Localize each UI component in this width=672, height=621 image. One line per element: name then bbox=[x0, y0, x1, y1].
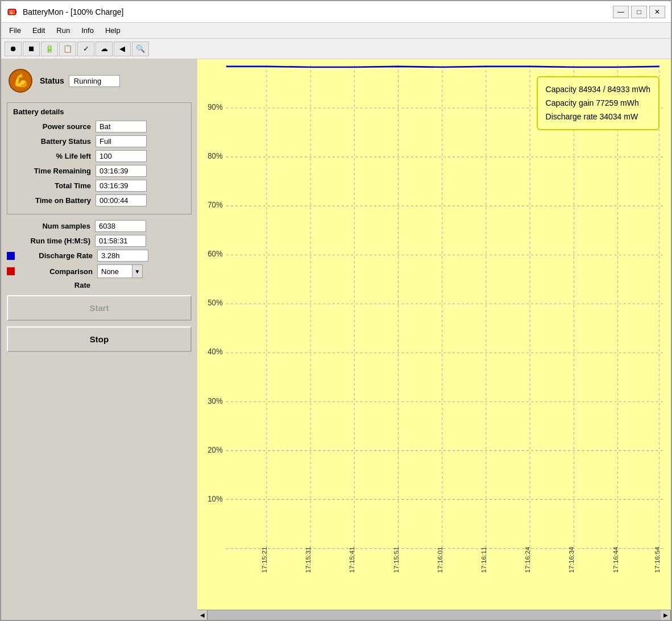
toolbar-record-button[interactable]: ⏺ bbox=[5, 42, 22, 56]
num-samples-label: Num samples bbox=[7, 222, 95, 230]
chart-area: 90% 80% 70% 60% 50% 40% 30% 20% 10% 17:1… bbox=[197, 59, 671, 620]
title-controls: — □ ✕ bbox=[613, 6, 665, 18]
svg-text:17:15:31: 17:15:31 bbox=[305, 547, 312, 573]
toolbar-battery-button[interactable]: 🔋 bbox=[41, 42, 58, 56]
battery-details-group: Battery details Power source Bat Battery… bbox=[7, 102, 192, 214]
runtime-label: Run time (H:M:S) bbox=[7, 237, 95, 245]
title-bar: 💪 BatteryMon - [100% Charge] — □ ✕ bbox=[1, 1, 671, 23]
time-on-battery-value: 00:00:44 bbox=[96, 194, 147, 206]
detail-battery-status: Battery Status Full bbox=[13, 135, 185, 147]
svg-text:80%: 80% bbox=[208, 152, 222, 160]
svg-text:60%: 60% bbox=[208, 250, 222, 258]
svg-text:17:16:11: 17:16:11 bbox=[480, 547, 487, 573]
svg-rect-6 bbox=[197, 59, 671, 610]
discharge-rate-label: Discharge Rate bbox=[17, 251, 97, 260]
svg-text:10%: 10% bbox=[208, 494, 222, 503]
tooltip-line2: Capacity gain 77259 mWh bbox=[546, 97, 650, 110]
num-samples-value: 6038 bbox=[95, 220, 146, 232]
scroll-right-button[interactable]: ▶ bbox=[661, 610, 671, 620]
stat-num-samples: Num samples 6038 bbox=[7, 220, 192, 232]
title-bar-left: 💪 BatteryMon - [100% Charge] bbox=[7, 6, 123, 18]
power-source-label: Power source bbox=[13, 122, 96, 131]
svg-text:30%: 30% bbox=[208, 396, 222, 405]
toolbar-clipboard-button[interactable]: 📋 bbox=[59, 42, 76, 56]
status-label: Status bbox=[40, 76, 64, 85]
stat-runtime: Run time (H:M:S) 01:58:31 bbox=[7, 235, 192, 247]
comparison-rate-label: Rate bbox=[7, 281, 95, 289]
detail-total-time: Total Time 03:16:39 bbox=[13, 180, 185, 192]
battery-icon-area: 💪 bbox=[7, 67, 34, 94]
battery-status-icon: 💪 bbox=[7, 68, 34, 94]
close-button[interactable]: ✕ bbox=[649, 6, 665, 18]
battery-details-title: Battery details bbox=[13, 107, 185, 116]
stat-discharge-rate: Discharge Rate 3.28h bbox=[7, 250, 192, 262]
menu-run[interactable]: Run bbox=[51, 24, 76, 36]
comparison-label: Comparison bbox=[17, 267, 97, 276]
svg-text:17:16:44: 17:16:44 bbox=[612, 547, 619, 573]
discharge-color-indicator bbox=[7, 252, 15, 260]
maximize-button[interactable]: □ bbox=[631, 6, 647, 18]
menu-bar: File Edit Run Info Help bbox=[1, 23, 671, 39]
scroll-track[interactable] bbox=[208, 610, 661, 620]
minimize-button[interactable]: — bbox=[613, 6, 629, 18]
time-remaining-label: Time Remaining bbox=[13, 167, 96, 175]
svg-text:💪: 💪 bbox=[9, 10, 14, 15]
life-left-value: 100 bbox=[96, 150, 147, 162]
discharge-rate-value: 3.28h bbox=[97, 250, 148, 262]
detail-power-source: Power source Bat bbox=[13, 121, 185, 133]
svg-text:17:16:34: 17:16:34 bbox=[569, 547, 575, 573]
status-row: 💪 Status Running bbox=[7, 65, 192, 97]
battery-status-value: Full bbox=[96, 135, 147, 147]
svg-text:40%: 40% bbox=[208, 347, 222, 356]
menu-edit[interactable]: Edit bbox=[27, 24, 51, 36]
battery-status-label: Battery Status bbox=[13, 137, 96, 146]
chart-svg: 90% 80% 70% 60% 50% 40% 30% 20% 10% 17:1… bbox=[197, 59, 671, 610]
toolbar-zoom-button[interactable]: 🔍 bbox=[132, 42, 149, 56]
main-window: 💪 BatteryMon - [100% Charge] — □ ✕ File … bbox=[0, 0, 672, 621]
life-left-label: % Life left bbox=[13, 152, 96, 160]
svg-text:70%: 70% bbox=[208, 201, 222, 209]
svg-text:50%: 50% bbox=[208, 299, 222, 307]
stats-area: Num samples 6038 Run time (H:M:S) 01:58:… bbox=[7, 220, 192, 289]
toolbar-check-button[interactable]: ✓ bbox=[77, 42, 94, 56]
total-time-label: Total Time bbox=[13, 181, 96, 190]
chart-tooltip: Capacity 84934 / 84933 mWh Capacity gain… bbox=[537, 76, 659, 130]
start-button[interactable]: Start bbox=[7, 295, 192, 321]
scroll-left-button[interactable]: ◀ bbox=[197, 610, 208, 620]
svg-text:17:15:51: 17:15:51 bbox=[393, 547, 400, 573]
time-on-battery-label: Time on Battery bbox=[13, 196, 96, 205]
time-remaining-value: 03:16:39 bbox=[96, 165, 147, 177]
content-area: 💪 Status Running Battery details Power s… bbox=[1, 59, 671, 620]
comparison-select[interactable]: None ▼ bbox=[97, 264, 143, 278]
svg-text:17:15:21: 17:15:21 bbox=[261, 547, 268, 573]
chart-container: 90% 80% 70% 60% 50% 40% 30% 20% 10% 17:1… bbox=[197, 59, 671, 610]
menu-info[interactable]: Info bbox=[76, 24, 99, 36]
svg-text:17:16:24: 17:16:24 bbox=[524, 547, 531, 573]
status-value: Running bbox=[69, 75, 120, 87]
toolbar: ⏺ ⏹ 🔋 📋 ✓ ☁ ◀ 🔍 bbox=[1, 39, 671, 59]
app-icon: 💪 bbox=[7, 6, 18, 18]
status-info: Status Running bbox=[40, 75, 192, 87]
svg-text:💪: 💪 bbox=[13, 73, 29, 88]
tooltip-line1: Capacity 84934 / 84933 mWh bbox=[546, 83, 650, 97]
svg-text:17:16:01: 17:16:01 bbox=[437, 547, 443, 573]
detail-time-on-battery: Time on Battery 00:00:44 bbox=[13, 194, 185, 206]
toolbar-stop-button[interactable]: ⏹ bbox=[23, 42, 40, 56]
svg-text:17:15:41: 17:15:41 bbox=[349, 547, 356, 573]
toolbar-back-button[interactable]: ◀ bbox=[114, 42, 131, 56]
detail-life-left: % Life left 100 bbox=[13, 150, 185, 162]
total-time-value: 03:16:39 bbox=[96, 180, 147, 192]
menu-file[interactable]: File bbox=[3, 24, 27, 36]
comparison-value: None bbox=[98, 266, 132, 277]
stop-button[interactable]: Stop bbox=[7, 326, 192, 352]
stat-comparison: Comparison None ▼ bbox=[7, 264, 192, 278]
svg-text:17:16:54: 17:16:54 bbox=[654, 547, 661, 573]
power-source-value: Bat bbox=[96, 121, 147, 133]
detail-time-remaining: Time Remaining 03:16:39 bbox=[13, 165, 185, 177]
comparison-dropdown-arrow[interactable]: ▼ bbox=[132, 265, 142, 278]
left-panel: 💪 Status Running Battery details Power s… bbox=[1, 59, 197, 620]
runtime-value: 01:58:31 bbox=[95, 235, 146, 247]
window-title: BatteryMon - [100% Charge] bbox=[23, 7, 123, 16]
toolbar-cloud-button[interactable]: ☁ bbox=[96, 42, 113, 56]
menu-help[interactable]: Help bbox=[99, 24, 126, 36]
